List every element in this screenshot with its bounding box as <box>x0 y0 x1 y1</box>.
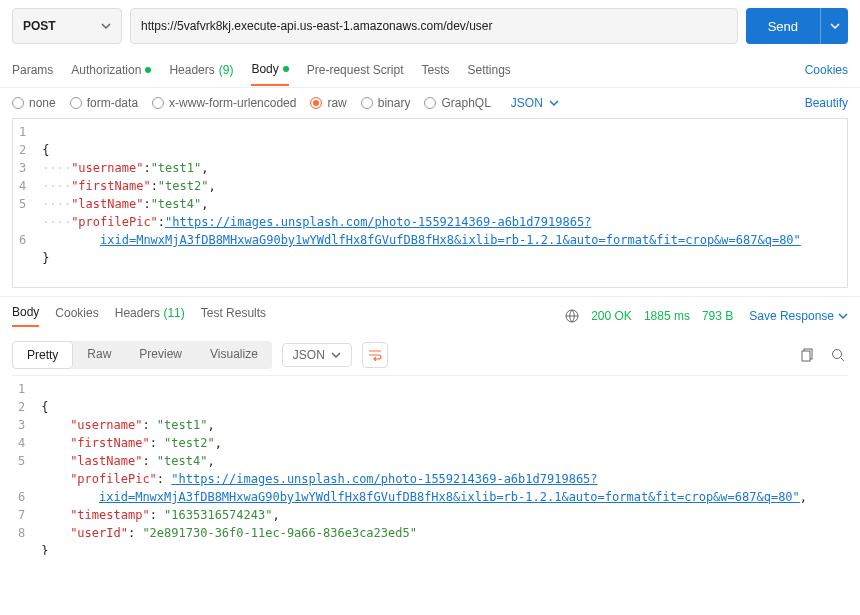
request-bar: POST Send <box>0 0 860 52</box>
tab-tests[interactable]: Tests <box>421 54 449 86</box>
res-tab-headers[interactable]: Headers (11) <box>115 306 185 326</box>
method-label: POST <box>23 19 56 33</box>
url-input[interactable] <box>130 8 738 44</box>
status-time: 1885 ms <box>644 309 690 323</box>
body-lang-dropdown[interactable]: JSON <box>511 96 559 110</box>
tab-settings[interactable]: Settings <box>468 54 511 86</box>
tab-headers[interactable]: Headers (9) <box>169 54 233 86</box>
res-tab-body[interactable]: Body <box>12 305 39 327</box>
save-response[interactable]: Save Response <box>749 309 848 323</box>
response-header: Body Cookies Headers (11) Test Results 2… <box>0 296 860 335</box>
dot-icon <box>145 67 151 73</box>
globe-icon <box>565 309 579 323</box>
tab-prerequest[interactable]: Pre-request Script <box>307 54 404 86</box>
status-size: 793 B <box>702 309 733 323</box>
copy-icon <box>801 348 815 362</box>
res-tab-cookies[interactable]: Cookies <box>55 306 98 326</box>
send-button[interactable]: Send <box>746 8 820 44</box>
send-button-group: Send <box>746 8 848 44</box>
wrap-lines-button[interactable] <box>362 342 388 368</box>
chevron-down-icon <box>830 21 840 31</box>
code-area[interactable]: { ····"username":"test1", ····"firstName… <box>36 119 807 288</box>
request-tabs: Params Authorization Headers (9) Body Pr… <box>0 52 860 88</box>
radio-binary[interactable]: binary <box>361 96 411 110</box>
tab-authorization[interactable]: Authorization <box>71 54 151 86</box>
radio-graphql[interactable]: GraphQL <box>424 96 490 110</box>
response-type-dropdown[interactable]: JSON <box>282 343 352 367</box>
cookies-link[interactable]: Cookies <box>805 63 848 77</box>
chevron-down-icon <box>101 21 111 31</box>
res-tab-tests[interactable]: Test Results <box>201 306 266 326</box>
code-area[interactable]: { "username": "test1", "firstName": "tes… <box>35 376 813 555</box>
tab-body[interactable]: Body <box>251 54 288 86</box>
beautify-link[interactable]: Beautify <box>805 96 848 110</box>
dot-icon <box>283 66 289 72</box>
radio-formdata[interactable]: form-data <box>70 96 138 110</box>
view-visualize[interactable]: Visualize <box>196 341 272 369</box>
svg-rect-2 <box>802 351 810 361</box>
response-body-editor[interactable]: 12345 678 { "username": "test1", "firstN… <box>12 375 848 555</box>
svg-point-3 <box>833 350 842 359</box>
view-raw[interactable]: Raw <box>73 341 125 369</box>
radio-xwww[interactable]: x-www-form-urlencoded <box>152 96 296 110</box>
chevron-down-icon <box>549 98 559 108</box>
view-mode-group: Pretty Raw Preview Visualize <box>12 341 272 369</box>
line-gutter: 12345 6 <box>13 119 36 288</box>
view-preview[interactable]: Preview <box>125 341 196 369</box>
status-area: 200 OK 1885 ms 793 B <box>565 309 733 323</box>
send-dropdown[interactable] <box>820 8 848 44</box>
search-button[interactable] <box>828 345 848 365</box>
line-gutter: 12345 678 <box>12 376 35 555</box>
chevron-down-icon <box>331 350 341 360</box>
method-select[interactable]: POST <box>12 8 122 44</box>
request-body-editor[interactable]: 12345 6 { ····"username":"test1", ····"f… <box>12 118 848 288</box>
radio-none[interactable]: none <box>12 96 56 110</box>
chevron-down-icon <box>838 311 848 321</box>
view-pretty[interactable]: Pretty <box>12 341 73 369</box>
wrap-icon <box>368 349 382 361</box>
body-type-row: none form-data x-www-form-urlencoded raw… <box>0 88 860 118</box>
status-code: 200 OK <box>591 309 632 323</box>
tab-params[interactable]: Params <box>12 54 53 86</box>
response-toolbar: Pretty Raw Preview Visualize JSON <box>0 335 860 375</box>
radio-raw[interactable]: raw <box>310 96 346 110</box>
search-icon <box>831 348 845 362</box>
copy-button[interactable] <box>798 345 818 365</box>
